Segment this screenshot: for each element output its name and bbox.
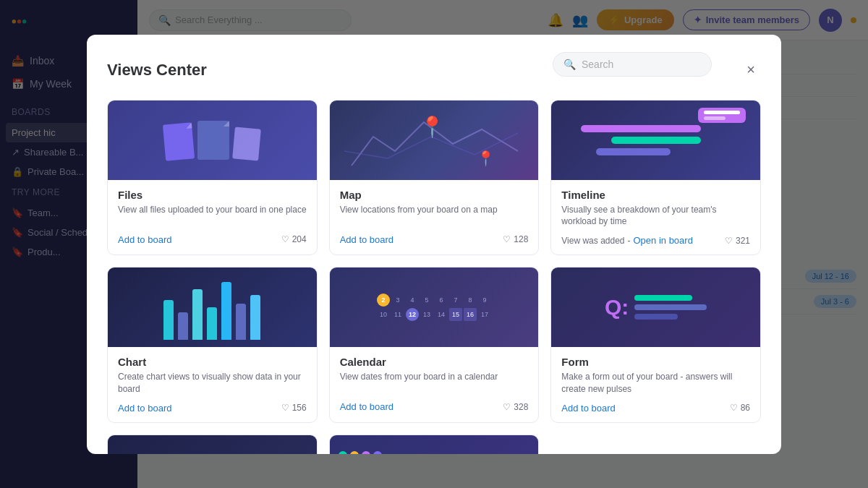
cal-day-10: 10: [377, 308, 390, 321]
card-chart-image: [108, 267, 317, 347]
card-timeline-desc: Visually see a breakdown of your team's …: [561, 204, 750, 228]
files-heart-count: ♡ 204: [281, 234, 307, 244]
form-q-icon: Q:: [605, 295, 629, 320]
card-form-body: Form Make a form out of your board - ans…: [551, 347, 760, 422]
form-bars: [634, 295, 707, 320]
heart-icon: ♡: [503, 402, 511, 412]
map-pin-2: 📍: [477, 150, 495, 167]
card-calendar-image: 2 3 4 5 6 7 8 9 10 11 12: [330, 267, 539, 347]
card-timeline-body: Timeline Visually see a breakdown of you…: [551, 180, 760, 255]
separator: -: [628, 236, 631, 246]
card-form[interactable]: Q: Form Make a form out of your boa: [550, 267, 761, 423]
modal-search-input[interactable]: 🔍 Search: [553, 52, 712, 77]
heart-icon: ♡: [281, 403, 289, 413]
calendar-illustration: 2 3 4 5 6 7 8 9 10 11 12: [377, 294, 491, 321]
calendar-add-to-board-link[interactable]: Add to board: [340, 401, 393, 412]
chart-add-to-board-link[interactable]: Add to board: [118, 403, 171, 414]
cal-day-6: 6: [435, 294, 448, 307]
form-illustration: Q:: [605, 295, 707, 320]
card-map[interactable]: 📍 📍 Map View locations from your board o…: [329, 100, 540, 256]
card-chart[interactable]: Chart Create chart views to visually sho…: [107, 267, 318, 423]
form-bar-2: [634, 314, 678, 320]
card-calendar-body: Calendar View dates from your board in a…: [330, 347, 539, 421]
card-last-image: [330, 435, 539, 454]
card-map-title: Map: [340, 189, 529, 201]
modal-header: Views Center 🔍 Search ×: [87, 35, 781, 100]
map-pin-1: 📍: [420, 115, 445, 139]
card-files-body: Files View all files uploaded to your bo…: [108, 180, 317, 254]
cal-day-11: 11: [391, 308, 404, 321]
form-bar-1: [634, 304, 707, 310]
card-calendar-title: Calendar: [340, 356, 529, 368]
chart-bar-6: [236, 304, 246, 340]
views-center-modal: Views Center 🔍 Search ×: [87, 35, 781, 454]
cal-day-3: 3: [391, 294, 404, 307]
card-calendar[interactable]: 2 3 4 5 6 7 8 9 10 11 12: [329, 267, 540, 423]
cal-day-15: 15: [449, 308, 462, 321]
card-map-desc: View locations from your board on a map: [340, 204, 529, 227]
calendar-heart-count: ♡ 328: [503, 402, 528, 412]
card-timeline-footer: View was added - Open in board ♡ 321: [561, 235, 750, 246]
card-map-body: Map View locations from your board on a …: [330, 180, 539, 254]
timeline-illustration: [572, 119, 739, 161]
card-owner[interactable]: 🔒 OWNER Add to b: [107, 435, 318, 454]
heart-icon: ♡: [281, 234, 289, 244]
chart-bar-5: [221, 282, 231, 340]
modal-title: Views Center: [107, 61, 207, 80]
card-form-title: Form: [561, 356, 750, 368]
card-files-desc: View all files uploaded to your board in…: [118, 204, 307, 227]
view-was-added-text: View was added: [561, 236, 624, 246]
card-form-image: Q:: [551, 267, 760, 347]
card-timeline-image: [551, 100, 760, 180]
card-map-footer: Add to board ♡ 128: [340, 234, 529, 245]
chart-bar-4: [207, 307, 217, 340]
card-form-desc: Make a form out of your board - answers …: [561, 371, 750, 395]
chart-heart-count: ♡ 156: [281, 403, 307, 413]
chart-bar-7: [250, 295, 260, 340]
modal-overlay[interactable]: Views Center 🔍 Search ×: [0, 0, 868, 488]
cal-day-17: 17: [478, 308, 491, 321]
timeline-heart-count: ♡ 321: [725, 236, 750, 246]
card-last[interactable]: Add to board: [329, 435, 540, 454]
card-timeline[interactable]: Timeline Visually see a breakdown of you…: [550, 100, 761, 256]
timeline-open-in-board-link[interactable]: Open in board: [634, 235, 693, 246]
map-add-to-board-link[interactable]: Add to board: [340, 234, 393, 245]
files-add-to-board-link[interactable]: Add to board: [118, 234, 171, 245]
cal-day-4: 4: [406, 294, 419, 307]
form-heart-count: ♡ 86: [730, 403, 750, 413]
chart-bar-1: [163, 300, 174, 340]
cal-day-16: 16: [464, 308, 477, 321]
card-calendar-desc: View dates from your board in a calendar: [340, 371, 529, 394]
card-calendar-footer: Add to board ♡ 328: [340, 401, 529, 412]
card-owner-image: 🔒 OWNER: [108, 435, 317, 454]
card-files-footer: Add to board ♡ 204: [118, 234, 307, 245]
modal-close-button[interactable]: ×: [741, 60, 761, 80]
cal-day-14: 14: [435, 308, 448, 321]
heart-icon: ♡: [503, 234, 511, 244]
chart-bar-3: [192, 289, 203, 340]
cal-day-7: 7: [449, 294, 462, 307]
modal-body: Files View all files uploaded to your bo…: [87, 100, 781, 454]
cal-day-9: 9: [478, 294, 491, 307]
cal-day-12: 12: [406, 308, 419, 321]
cal-day-2: 2: [377, 294, 390, 307]
search-icon: 🔍: [563, 59, 576, 70]
map-svg: [330, 100, 539, 180]
card-form-footer: Add to board ♡ 86: [561, 403, 750, 414]
card-map-image: 📍 📍: [330, 100, 539, 180]
card-files-image: [108, 100, 317, 180]
card-chart-footer: Add to board ♡ 156: [118, 403, 307, 414]
heart-icon: ♡: [730, 403, 738, 413]
form-bar-selected: [634, 295, 692, 301]
card-files-title: Files: [118, 189, 307, 201]
card-chart-title: Chart: [118, 356, 307, 368]
card-chart-body: Chart Create chart views to visually sho…: [108, 347, 317, 422]
cal-day-13: 13: [420, 308, 433, 321]
card-timeline-title: Timeline: [561, 189, 750, 201]
views-cards-grid: Files View all files uploaded to your bo…: [107, 100, 761, 454]
card-files[interactable]: Files View all files uploaded to your bo…: [107, 100, 318, 256]
cal-day-8: 8: [464, 294, 477, 307]
files-illustration: [164, 121, 260, 160]
form-add-to-board-link[interactable]: Add to board: [561, 403, 615, 414]
chart-bar-2: [178, 312, 188, 340]
